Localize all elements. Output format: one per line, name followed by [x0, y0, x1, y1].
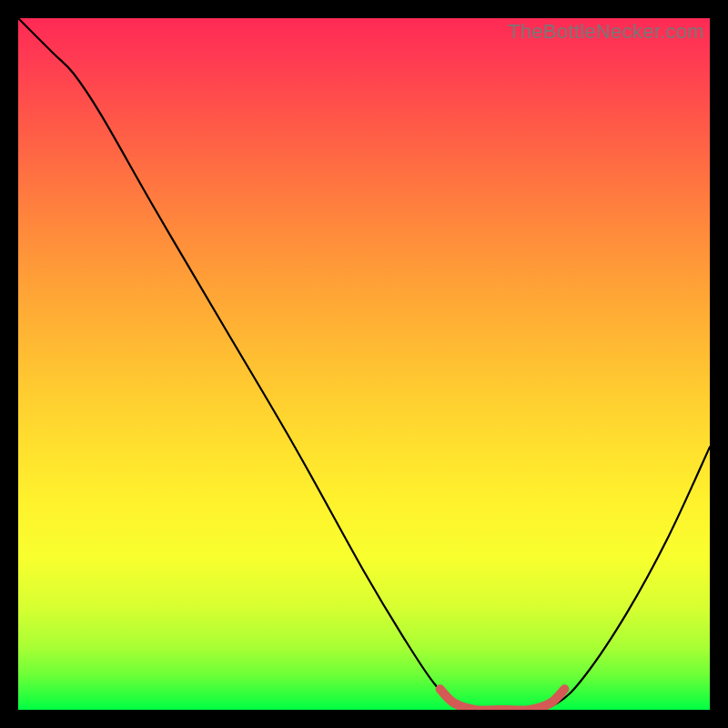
- chart-gradient-background: [18, 18, 710, 710]
- watermark-text: TheBottleNecker.com: [508, 20, 704, 44]
- chart-frame: TheBottleNecker.com: [18, 18, 710, 710]
